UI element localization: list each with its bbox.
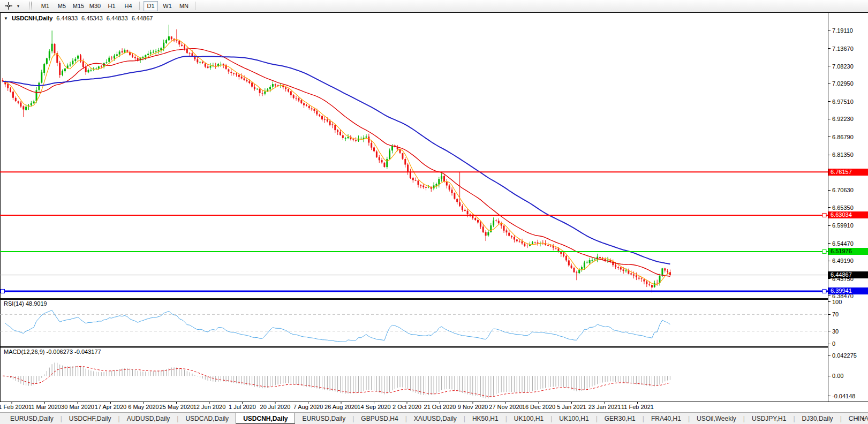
price-tick-label: 6.54470	[832, 240, 854, 247]
timeframe-button-m1[interactable]: M1	[38, 1, 52, 11]
axis-tick-mark	[828, 355, 831, 355]
tab-eurusd-daily[interactable]: EURUSD,Daily	[3, 413, 61, 424]
tab-xauusd-daily[interactable]: XAUUSD,Daily	[407, 413, 464, 424]
price-tick-label: 6.49190	[832, 258, 854, 264]
date-label: 17 Apr 2020	[92, 404, 130, 410]
price-tick-label: 6.59910	[832, 222, 854, 229]
rsi-line	[5, 311, 670, 342]
axis-tick-mark	[828, 31, 831, 31]
price-tick-label: 6.70630	[832, 187, 854, 193]
tab-scroll-left-button[interactable]: ◂	[853, 414, 860, 422]
axis-tick-mark	[828, 243, 831, 244]
quote-low: 6.44833	[107, 15, 128, 21]
date-label: 14 Sep 2020	[356, 404, 393, 410]
tab-audusd-daily[interactable]: AUDUSD,Daily	[120, 413, 177, 424]
date-label: 11 Feb 2021	[619, 404, 656, 410]
mt4-window: ▾ M1M5M15M30H1H4D1W1MN ▼ USDCNH,Daily 6.…	[0, 0, 868, 424]
date-label: 5 Jan 2021	[553, 404, 591, 410]
timeframe-button-w1[interactable]: W1	[160, 1, 175, 11]
axis-tick-mark	[828, 101, 831, 102]
axis-tick-mark	[828, 137, 831, 137]
quote-open: 6.44933	[56, 15, 78, 21]
price-tick-label: 6.92230	[832, 116, 854, 122]
date-label: 23 Jan 2021	[586, 404, 623, 410]
timeframe-button-mn[interactable]: MN	[177, 1, 191, 11]
timeframe-button-d1[interactable]: D1	[144, 1, 158, 11]
price-axis[interactable]: 7.191107.136707.082307.029506.975106.922…	[828, 12, 868, 402]
hline-handle-right-6.63034[interactable]	[822, 213, 826, 217]
axis-tick-mark	[828, 296, 831, 296]
crosshair-tool-button[interactable]	[2, 1, 15, 11]
price-chart-canvas[interactable]	[0, 12, 868, 412]
date-label: 6 May 2020	[125, 404, 162, 410]
price-tick-label: 6.97510	[832, 99, 854, 105]
toolbar-separator	[139, 2, 140, 10]
macd-indicator-label: MACD(12,26,9) -0.006273 -0.043177	[4, 349, 101, 355]
date-label: 20 Jul 2020	[256, 404, 294, 410]
tab-ger30-h1[interactable]: GER30,H1	[598, 413, 643, 424]
date-label: 16 Dec 2020	[520, 404, 557, 410]
axis-tick-mark	[828, 155, 831, 155]
timeframe-button-h1[interactable]: H1	[104, 1, 119, 11]
axis-tick-mark	[828, 261, 831, 261]
date-label: 1 Jul 2020	[224, 404, 261, 410]
rsi-tick-label: 100	[832, 299, 842, 305]
axis-tick-mark	[828, 225, 831, 226]
date-label: 26 Aug 2020	[322, 404, 360, 410]
macd-tick-label: 0.00	[832, 373, 843, 379]
date-label: 25 May 2020	[158, 404, 195, 410]
hline-handle-right-6.51976[interactable]	[822, 249, 826, 253]
tab-uk100-h1[interactable]: UK100,H1	[552, 413, 595, 424]
tool-dropdown-arrow[interactable]: ▾	[15, 4, 21, 9]
axis-tick-mark	[828, 207, 831, 208]
date-label: 7 Aug 2020	[290, 404, 327, 410]
axis-tick-mark	[828, 84, 831, 84]
hline-handle-right-6.39941[interactable]	[822, 289, 826, 293]
timeframe-button-m5[interactable]: M5	[55, 1, 69, 11]
timeframe-button-m15[interactable]: M15	[71, 1, 86, 11]
candles-group	[2, 25, 671, 293]
macd-tick-label: 0.042275	[832, 352, 857, 359]
tab-eurusd-daily[interactable]: EURUSD,Daily	[295, 413, 352, 424]
macd-signal-line	[3, 367, 670, 397]
time-axis[interactable]: 21 Feb 202011 Mar 202030 Mar 202017 Apr …	[0, 403, 828, 412]
axis-tick-mark	[828, 48, 831, 49]
tab-fra40-h1[interactable]: FRA40,H1	[644, 413, 688, 424]
timeframe-button-h4[interactable]: H4	[121, 1, 135, 11]
axis-tick-mark	[828, 119, 831, 119]
chart-collapse-icon[interactable]: ▼	[4, 16, 8, 21]
price-tick-label: 7.08230	[832, 63, 854, 70]
toolbar-grip-handle[interactable]	[29, 2, 32, 10]
quote-high: 6.45343	[81, 15, 103, 21]
rsi-tick-label: 30	[832, 328, 839, 335]
tab-usoil-weekly[interactable]: USOil,Weekly	[690, 413, 743, 424]
rsi-tick-label: 0	[832, 340, 835, 347]
tab-scroll-right-button[interactable]: ▸	[860, 414, 867, 422]
tab-usdjpy-h1[interactable]: USDJPY,H1	[745, 413, 793, 424]
axis-tick-mark	[828, 344, 831, 344]
quote-close: 6.44867	[132, 15, 153, 21]
hline-price-tag-6.76157: 6.76157	[828, 169, 868, 176]
ma-mid-line	[3, 49, 670, 277]
price-tick-label: 7.13670	[832, 46, 854, 52]
tab-dj30-daily[interactable]: DJ30,Daily	[795, 413, 840, 424]
tab-usdchf-daily[interactable]: USDCHF,Daily	[62, 413, 118, 424]
price-tick-label: 6.81350	[832, 152, 854, 158]
date-label: 30 Mar 2020	[59, 404, 96, 410]
tab-hk50-h1[interactable]: HK50,H1	[465, 413, 505, 424]
hline-handle-left-6.39941[interactable]	[1, 289, 5, 293]
chart-title: ▼ USDCNH,Daily 6.44933 6.45343 6.44833 6…	[4, 15, 153, 21]
tab-usdcnh-daily[interactable]: USDCNH,Daily	[236, 413, 295, 424]
tab-scroll-buttons: ◂ ▸	[853, 414, 867, 422]
hline-price-tag-6.39941: 6.39941	[828, 287, 868, 294]
tab-uk100-h1[interactable]: UK100,H1	[507, 413, 550, 424]
tab-gbpusd-h4[interactable]: GBPUSD,H4	[354, 413, 405, 424]
macd-tick-label: -0.04148	[832, 393, 855, 399]
crosshair-icon	[5, 2, 12, 10]
axis-tick-mark	[828, 396, 831, 396]
timeframe-button-m30[interactable]: M30	[88, 1, 102, 11]
date-label: 27 Nov 2020	[487, 404, 525, 410]
tab-usdcad-daily[interactable]: USDCAD,Daily	[178, 413, 236, 424]
date-label: 21 Oct 2020	[421, 404, 459, 410]
price-tick-label: 6.86790	[832, 134, 854, 140]
